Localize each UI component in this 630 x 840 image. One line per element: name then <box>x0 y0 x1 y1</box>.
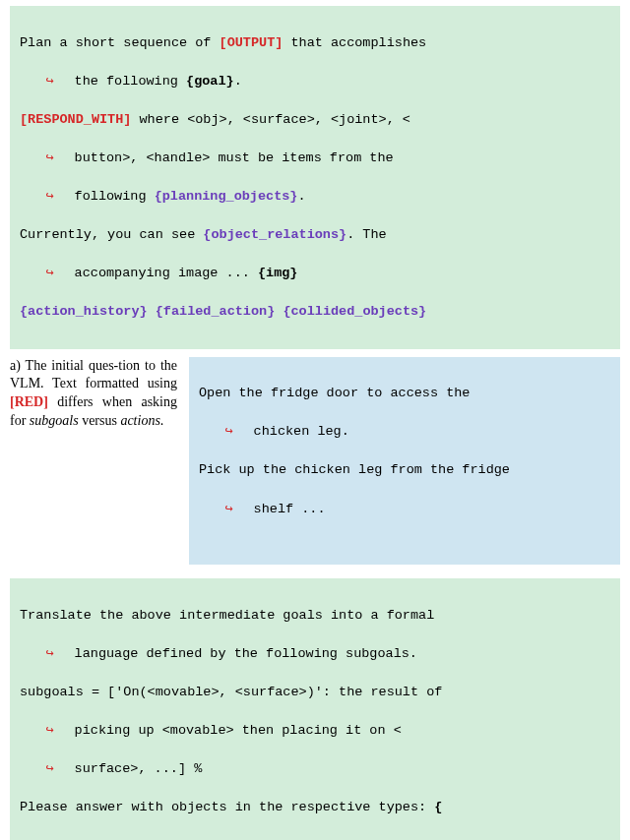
text: button>, <handle> must be items from the <box>75 150 394 165</box>
hook-arrow-icon: ↪ <box>53 721 67 741</box>
respond-with-placeholder: [RESPOND_WITH] <box>20 112 131 127</box>
actions-term: actions <box>120 413 159 428</box>
line: Please answer with objects in the respec… <box>20 798 610 817</box>
hook-arrow-icon: ↪ <box>232 422 246 442</box>
text: Plan a short sequence of <box>20 35 220 50</box>
collided-objects-var: {collided_objects} <box>283 304 426 319</box>
text: subgoals = ['On(<movable>, <surface>)': … <box>20 685 442 699</box>
output-placeholder: [OUTPUT] <box>220 35 284 50</box>
line: subgoals = ['On(<movable>, <surface>)': … <box>20 683 610 702</box>
text: following <box>75 189 155 204</box>
planning-objects-var: {planning_objects} <box>155 189 298 204</box>
text: the following <box>75 74 186 89</box>
text: where <obj>, <surface>, <joint>, < <box>131 112 410 127</box>
text: . <box>160 413 164 428</box>
text: that accomplishes <box>283 35 426 50</box>
line: ↪ chicken leg. <box>199 422 610 442</box>
hook-arrow-icon: ↪ <box>53 72 67 91</box>
hook-arrow-icon: ↪ <box>53 644 67 664</box>
text: Pick up the chicken leg from the fridge <box>199 462 510 477</box>
line: Translate the above intermediate goals i… <box>20 606 610 626</box>
line: Open the fridge door to access the <box>199 384 610 403</box>
line: ↪ following {planning_objects}. <box>20 187 610 207</box>
line: ↪ surface>, ...] % <box>20 759 610 779</box>
hook-arrow-icon: ↪ <box>232 500 246 519</box>
text: Currently, you can see <box>20 227 203 242</box>
line: {action_history} {failed_action} {collid… <box>20 302 610 322</box>
prompt-initial-question: Plan a short sequence of [OUTPUT] that a… <box>10 6 620 349</box>
text: Open the fridge door to access the <box>199 386 470 400</box>
text: . <box>234 74 242 89</box>
line: ↪ objects_by_types} <box>20 837 610 841</box>
prompt-translate-subgoals: Translate the above intermediate goals i… <box>10 578 620 840</box>
red-marker: [RED] <box>10 394 48 409</box>
text: shelf ... <box>254 502 326 516</box>
text: . <box>297 189 305 204</box>
line: ↪ picking up <movable> then placing it o… <box>20 721 610 741</box>
line: ↪ the following {goal}. <box>20 72 610 91</box>
line: ↪ button>, <handle> must be items from t… <box>20 149 610 168</box>
line: Pick up the chicken leg from the fridge <box>199 460 610 480</box>
subgoals-term: subgoals <box>30 413 79 428</box>
hook-arrow-icon: ↪ <box>53 149 67 168</box>
row-a: a) The initial ques-tion to the VLM. Tex… <box>10 357 620 571</box>
line: ↪ language defined by the following subg… <box>20 644 610 664</box>
text: . The <box>346 227 387 242</box>
vlm-response-a: Open the fridge door to access the ↪ chi… <box>189 357 620 566</box>
hook-arrow-icon: ↪ <box>53 264 67 283</box>
text: a) The initial ques-tion to the VLM. Tex… <box>10 358 177 391</box>
goal-var: {goal} <box>186 74 234 89</box>
line: ↪ accompanying image ... {img} <box>20 264 610 283</box>
text: surface>, ...] % <box>75 761 203 776</box>
text: chicken leg. <box>254 424 349 439</box>
brace: { <box>434 800 442 814</box>
caption-a: a) The initial ques-tion to the VLM. Tex… <box>10 357 177 432</box>
failed-action-var: {failed_action} <box>156 304 276 319</box>
line: Currently, you can see {object_relations… <box>20 225 610 245</box>
hook-arrow-icon: ↪ <box>53 837 67 841</box>
text: picking up <movable> then placing it on … <box>67 723 402 738</box>
text: versus <box>79 413 121 428</box>
line: Plan a short sequence of [OUTPUT] that a… <box>20 33 610 53</box>
action-history-var: {action_history} <box>20 304 148 319</box>
object-relations-var: {object_relations} <box>203 227 346 242</box>
text: Please answer with objects in the respec… <box>20 800 434 814</box>
text: language defined by the following subgoa… <box>75 646 417 661</box>
hook-arrow-icon: ↪ <box>53 759 67 779</box>
hook-arrow-icon: ↪ <box>53 187 67 207</box>
img-var: {img} <box>258 266 298 280</box>
line: ↪ shelf ... <box>199 500 610 519</box>
line: [RESPOND_WITH] where <obj>, <surface>, <… <box>20 110 610 130</box>
text: Translate the above intermediate goals i… <box>20 608 434 623</box>
text: accompanying image ... <box>75 266 258 280</box>
